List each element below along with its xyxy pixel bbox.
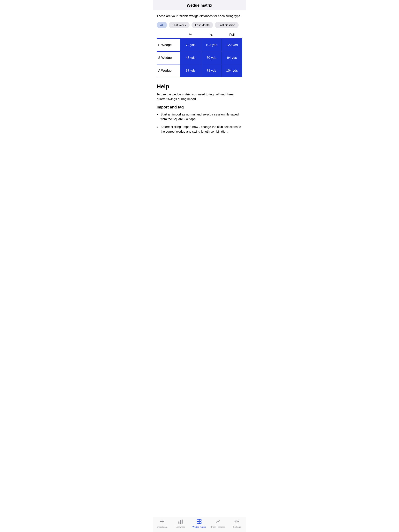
tab-settings[interactable]: Settings <box>230 519 244 528</box>
page-title: Wedge matrix <box>187 3 212 7</box>
gear-icon <box>234 519 240 525</box>
matrix-corner <box>157 33 180 38</box>
tab-distances[interactable]: Distances <box>174 519 187 528</box>
filter-last-session[interactable]: Last Session <box>215 22 239 28</box>
bar-chart-icon <box>178 519 183 525</box>
subtitle-text: These are your reliable wedge distances … <box>157 14 242 18</box>
cell-a-three-quarter: 78 yds <box>201 64 222 77</box>
plus-icon <box>159 519 165 525</box>
cell-s-half: 45 yds <box>180 52 201 64</box>
row-label-s-wedge: S Wedge <box>157 52 180 64</box>
filter-last-month[interactable]: Last Month <box>192 22 213 28</box>
tab-settings-label: Settings <box>233 526 241 528</box>
page-header: Wedge matrix <box>153 0 246 10</box>
main-content: These are your reliable wedge distances … <box>153 10 246 517</box>
cell-a-full: 104 yds <box>221 64 242 77</box>
col-full: Full <box>221 33 242 38</box>
col-three-quarter: ¾ <box>201 33 222 38</box>
filter-row: All Last Week Last Month Last Session <box>157 22 242 28</box>
help-list: Start an import as normal and select a s… <box>157 112 242 134</box>
help-intro: To use the wedge matrix, you need to tag… <box>157 92 242 101</box>
tab-distances-label: Distances <box>176 526 185 528</box>
tab-track-progress-label: Track Progress <box>211 526 225 528</box>
cell-s-three-quarter: 70 yds <box>201 52 222 64</box>
table-row: P Wedge 72 yds 102 yds 122 yds <box>157 38 242 51</box>
svg-rect-5 <box>197 519 199 521</box>
help-import-tag-title: Import and tag <box>157 105 242 109</box>
svg-rect-6 <box>199 519 201 521</box>
cell-p-half: 72 yds <box>180 39 201 51</box>
svg-rect-7 <box>197 522 199 524</box>
list-item: Start an import as normal and select a s… <box>157 112 242 121</box>
tab-wedge-matrix[interactable]: Wedge matrix <box>192 519 206 528</box>
tab-wedge-matrix-label: Wedge matrix <box>193 526 206 528</box>
tab-import-data-label: Import data <box>157 526 167 528</box>
line-chart-icon <box>215 519 221 525</box>
svg-rect-3 <box>180 520 181 524</box>
filter-last-week[interactable]: Last Week <box>169 22 190 28</box>
col-half: ½ <box>180 33 201 38</box>
svg-point-9 <box>236 521 238 522</box>
cell-s-full: 94 yds <box>221 52 242 64</box>
cell-a-half: 57 yds <box>180 64 201 77</box>
table-row: S Wedge 45 yds 70 yds 94 yds <box>157 51 242 64</box>
matrix-body: P Wedge 72 yds 102 yds 122 yds S Wedge 4… <box>157 38 242 77</box>
svg-rect-8 <box>199 522 201 524</box>
row-label-a-wedge: A Wedge <box>157 64 180 77</box>
wedge-matrix: ½ ¾ Full P Wedge 72 yds 102 yds 122 yds … <box>157 33 242 77</box>
table-row: A Wedge 57 yds 78 yds 104 yds <box>157 64 242 77</box>
help-title: Help <box>157 83 242 90</box>
svg-rect-2 <box>179 521 180 524</box>
svg-rect-4 <box>182 519 183 524</box>
row-label-p-wedge: P Wedge <box>157 39 180 51</box>
help-section: Help To use the wedge matrix, you need t… <box>157 83 242 134</box>
tab-bar: Import data Distances Wedge matrix <box>153 517 246 532</box>
tab-track-progress[interactable]: Track Progress <box>211 519 225 528</box>
cell-p-full: 122 yds <box>221 39 242 51</box>
cell-p-three-quarter: 102 yds <box>201 39 222 51</box>
grid-icon <box>196 519 202 525</box>
filter-all[interactable]: All <box>157 22 167 28</box>
list-item: Before clicking "import now", change the… <box>157 125 242 134</box>
matrix-header-row: ½ ¾ Full <box>157 33 242 38</box>
tab-import-data[interactable]: Import data <box>155 519 169 528</box>
